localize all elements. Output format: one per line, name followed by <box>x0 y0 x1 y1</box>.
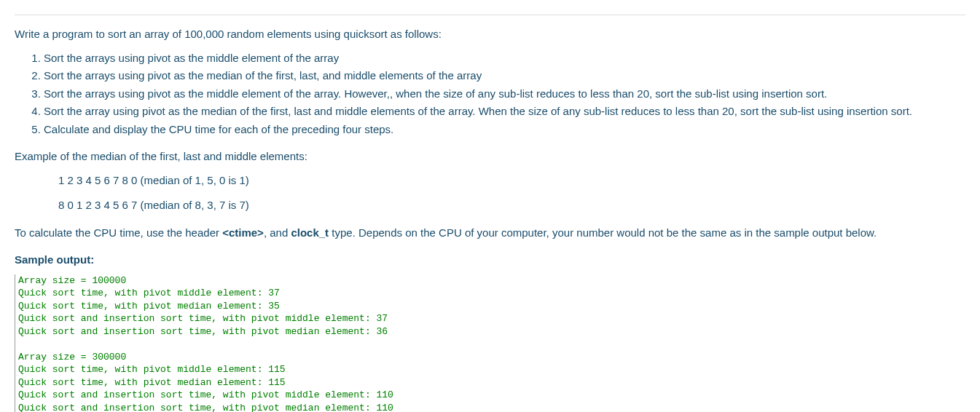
calc-paragraph: To calculate the CPU time, use the heade… <box>15 225 965 242</box>
list-item: Calculate and display the CPU time for e… <box>44 122 965 138</box>
top-divider <box>15 15 965 15</box>
calc-mid: , and <box>264 226 291 239</box>
list-item: Sort the arrays using pivot as the middl… <box>44 50 965 67</box>
calc-prefix: To calculate the CPU time, use the heade… <box>15 226 222 239</box>
calc-type-bold: clock_t <box>291 226 329 239</box>
calc-header-bold: <ctime> <box>222 226 264 239</box>
list-item: Sort the arrays using pivot as the middl… <box>44 86 965 103</box>
intro-text: Write a program to sort an array of 100,… <box>15 26 965 43</box>
sample-output-label: Sample output: <box>15 252 965 269</box>
list-item: Sort the array using pivot as the median… <box>44 103 965 120</box>
calc-suffix: type. Depends on the CPU of your compute… <box>329 226 877 239</box>
steps-list: Sort the arrays using pivot as the middl… <box>15 50 965 138</box>
example-line: 8 0 1 2 3 4 5 6 7 (median of 8, 3, 7 is … <box>58 197 965 214</box>
sample-output-block: Array size = 100000 Quick sort time, wit… <box>15 274 965 413</box>
example-intro: Example of the median of the first, last… <box>15 148 965 165</box>
list-item: Sort the arrays using pivot as the media… <box>44 68 965 84</box>
example-line: 1 2 3 4 5 6 7 8 0 (median of 1, 5, 0 is … <box>58 173 965 189</box>
